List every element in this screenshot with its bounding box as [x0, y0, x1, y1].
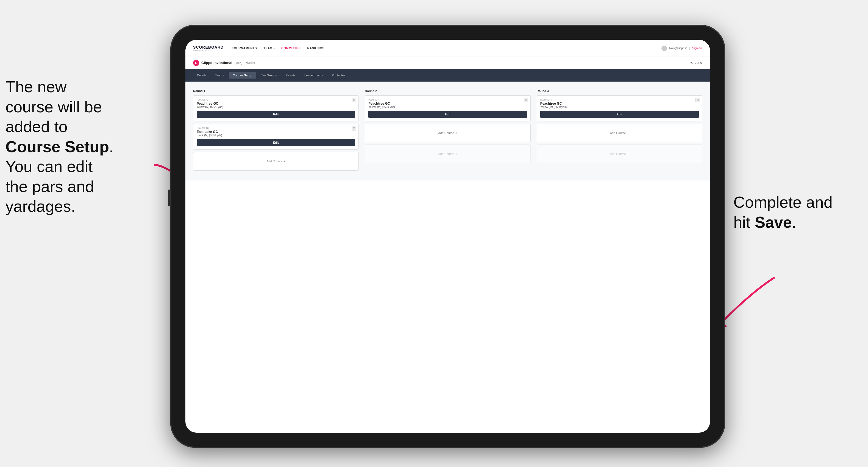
tournament-hosting: Hosting [246, 61, 255, 64]
round2-add-course-disabled-plus-icon: + [455, 152, 457, 156]
round-1-column: Round 1 ⊡ (Course A) Peachtree GC Yellow… [193, 89, 359, 173]
round1-course-a-name: Peachtree GC [197, 102, 355, 105]
nav-tournaments[interactable]: TOURNAMENTS [231, 45, 257, 51]
round1-add-course-button[interactable]: Add Course + [193, 152, 359, 170]
user-email: blair@clippd.io [669, 47, 687, 50]
round1-course-b-edit-button[interactable]: Edit [197, 139, 355, 146]
tournament-bar: C Clippd Invitational (Men) Hosting Canc… [185, 57, 710, 69]
round1-course-a-card: ⊡ (Course A) Peachtree GC Yellow (M) (66… [193, 95, 359, 121]
round3-course-a-name: Peachtree GC [540, 102, 699, 105]
round2-course-a-card: ⊡ (Course A) Peachtree GC Yellow (M) (66… [365, 95, 530, 121]
cancel-area: Cancel ✕ [690, 60, 702, 65]
tab-printables[interactable]: Printables [328, 72, 349, 79]
tablet-side-button [168, 190, 170, 206]
tab-tee-groups[interactable]: Tee Groups [257, 72, 281, 79]
round-3-title: Round 3 [537, 89, 702, 93]
round3-course-a-edit-button[interactable]: Edit [540, 111, 699, 118]
tab-results[interactable]: Results [282, 72, 300, 79]
round2-add-course-plus-icon: + [455, 131, 457, 135]
round2-course-a-edit-button[interactable]: Edit [368, 111, 527, 118]
round3-add-course-disabled: Add Course + [537, 145, 702, 163]
logo-sub: Powered by clippd [193, 50, 224, 51]
nav-teams[interactable]: TEAMS [263, 45, 275, 51]
round1-course-b-delete-button[interactable]: ⊡ [352, 126, 356, 130]
nav-right: blair@clippd.io | Sign out [661, 45, 702, 51]
tournament-gender: (Men) [235, 61, 243, 65]
nav-rankings[interactable]: RANKINGS [307, 45, 325, 51]
tab-leaderboards[interactable]: Leaderboards [301, 72, 327, 79]
sign-out-link[interactable]: Sign out [692, 47, 702, 50]
round1-course-b-label: (Course B) [197, 127, 355, 129]
rounds-grid: Round 1 ⊡ (Course A) Peachtree GC Yellow… [193, 89, 702, 173]
tablet-shell: SCOREBOARD Powered by clippd TOURNAMENTS… [170, 25, 725, 448]
logo-area: SCOREBOARD Powered by clippd [193, 45, 224, 51]
cancel-button[interactable]: Cancel ✕ [690, 62, 702, 65]
tab-details[interactable]: Details [193, 72, 210, 79]
avatar [661, 45, 667, 51]
round3-course-a-label: (Course A) [540, 98, 699, 101]
main-content: Round 1 ⊡ (Course A) Peachtree GC Yellow… [185, 82, 710, 181]
tournament-logo: C [193, 60, 199, 66]
round-2-column: Round 2 ⊡ (Course A) Peachtree GC Yellow… [365, 89, 530, 173]
tab-course-setup[interactable]: Course Setup [229, 72, 256, 79]
round3-add-course-button[interactable]: Add Course + [537, 124, 702, 142]
tournament-info: C Clippd Invitational (Men) Hosting [193, 60, 255, 66]
round1-course-b-name: East Lake GC [197, 130, 355, 134]
tournament-name: Clippd Invitational [202, 61, 232, 65]
round3-course-a-tee: Yellow (M) (6629 yds) [540, 105, 699, 108]
top-nav: SCOREBOARD Powered by clippd TOURNAMENTS… [185, 40, 710, 57]
round2-course-a-name: Peachtree GC [368, 102, 527, 105]
logo-scoreboard: SCOREBOARD [193, 45, 224, 50]
round2-course-a-delete-button[interactable]: ⊡ [524, 98, 528, 102]
round1-course-b-tee: Black (M) (6891 yds) [197, 134, 355, 137]
round-3-column: Round 3 ⊡ (Course A) Peachtree GC Yellow… [537, 89, 702, 173]
round2-add-course-button[interactable]: Add Course + [365, 124, 530, 142]
round3-course-a-delete-button[interactable]: ⊡ [695, 98, 700, 102]
tab-teams[interactable]: Teams [211, 72, 228, 79]
round2-course-a-tee: Yellow (M) (6629 yds) [368, 105, 527, 108]
round3-add-course-plus-icon: + [627, 131, 629, 135]
annotation-right: Complete and hit Save. [734, 192, 860, 232]
tablet-screen: SCOREBOARD Powered by clippd TOURNAMENTS… [185, 40, 710, 433]
round2-add-course-disabled: Add Course + [365, 145, 530, 163]
round1-course-b-card: ⊡ (Course B) East Lake GC Black (M) (689… [193, 124, 359, 150]
nav-links: TOURNAMENTS TEAMS COMMITTEE RANKINGS [231, 45, 661, 51]
round3-course-a-card: ⊡ (Course A) Peachtree GC Yellow (M) (66… [537, 95, 702, 121]
round1-course-a-label: (Course A) [197, 98, 355, 101]
nav-committee[interactable]: COMMITTEE [281, 45, 301, 51]
round1-course-a-edit-button[interactable]: Edit [197, 111, 355, 118]
round-2-title: Round 2 [365, 89, 530, 93]
round-1-title: Round 1 [193, 89, 359, 93]
tab-bar: Details Teams Course Setup Tee Groups Re… [185, 69, 710, 82]
round2-course-a-label: (Course A) [368, 98, 527, 101]
round1-course-a-delete-button[interactable]: ⊡ [352, 98, 356, 102]
round1-course-a-tee: Yellow (M) (6629 yds) [197, 105, 355, 108]
round3-add-course-disabled-plus-icon: + [627, 152, 629, 156]
round1-add-course-plus-icon: + [283, 159, 286, 163]
annotation-left: The new course will be added to Course S… [5, 77, 159, 216]
nav-separator: | [689, 47, 690, 50]
